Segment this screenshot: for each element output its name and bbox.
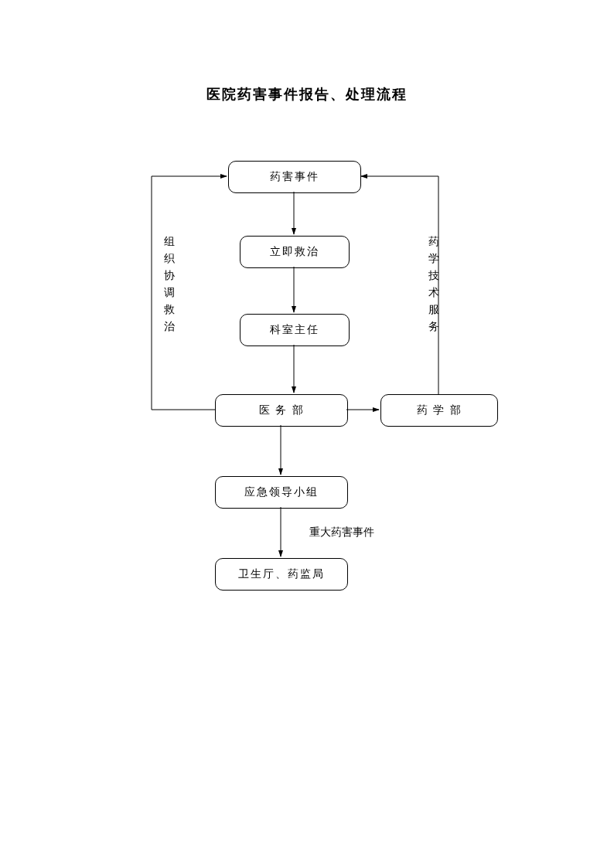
- flowchart-arrows: [0, 0, 614, 868]
